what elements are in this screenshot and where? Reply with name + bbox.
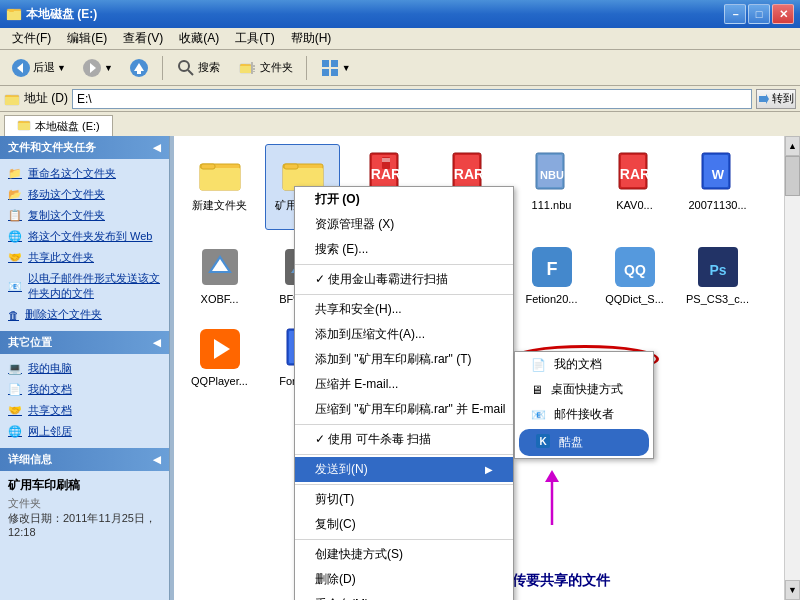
- forward-button[interactable]: ▼: [75, 54, 120, 82]
- file-item-new-folder[interactable]: 新建文件夹: [182, 144, 257, 230]
- views-button[interactable]: ▼: [313, 54, 358, 82]
- file-item-qqplayer[interactable]: QQPlayer...: [182, 320, 257, 406]
- rename-icon: 📁: [8, 167, 22, 180]
- ctx-zip-email[interactable]: 压缩并 E-mail...: [295, 372, 513, 397]
- menu-tools[interactable]: 工具(T): [227, 28, 282, 49]
- ctx-search[interactable]: 搜索 (E)...: [295, 237, 513, 262]
- email-sub-icon: 📧: [531, 408, 546, 422]
- sub-kupan[interactable]: K 酷盘: [519, 429, 649, 456]
- ctx-cut[interactable]: 剪切(T): [295, 487, 513, 512]
- address-input[interactable]: [72, 89, 752, 109]
- maximize-button[interactable]: □: [748, 4, 770, 24]
- sidebar-copy-link[interactable]: 📋 复制这个文件夹: [8, 205, 161, 226]
- folders-button[interactable]: 文件夹: [231, 54, 300, 82]
- scrollbar-track[interactable]: ▲ ▼: [784, 136, 800, 600]
- svg-rect-31: [201, 164, 215, 169]
- folder-icon: [196, 149, 244, 197]
- file-item-pscs3[interactable]: Ps PS_CS3_c...: [680, 238, 755, 311]
- sidebar-details-header[interactable]: 详细信息 ◀: [0, 448, 169, 471]
- ctx-sep-2: [295, 294, 513, 295]
- ctx-create-shortcut[interactable]: 创建快捷方式(S): [295, 542, 513, 567]
- minimize-button[interactable]: －: [724, 4, 746, 24]
- mydocs-sub-icon: 📄: [531, 358, 546, 372]
- sidebar-rename-link[interactable]: 📁 重命名这个文件夹: [8, 163, 161, 184]
- svg-text:RAR: RAR: [453, 166, 483, 182]
- svg-marker-25: [766, 94, 769, 104]
- sub-desktop-shortcut[interactable]: 🖥 桌面快捷方式: [515, 377, 653, 402]
- sidebar-network-link[interactable]: 🌐 网上邻居: [8, 421, 161, 442]
- sidebar-mycomputer-link[interactable]: 💻 我的电脑: [8, 358, 161, 379]
- ctx-add-zip[interactable]: 添加到压缩文件(A)...: [295, 322, 513, 347]
- file-item-kav[interactable]: RAR KAV0...: [597, 144, 672, 230]
- scrollbar-up[interactable]: ▲: [785, 136, 800, 156]
- ctx-open[interactable]: 打开 (O): [295, 187, 513, 212]
- sendto-arrow: ▶: [485, 464, 493, 475]
- svg-rect-2: [9, 9, 14, 12]
- menu-edit[interactable]: 编辑(E): [59, 28, 115, 49]
- file-item-20071130[interactable]: W 20071130...: [680, 144, 755, 230]
- go-button[interactable]: 转到: [756, 89, 796, 109]
- kupan-icon: K: [535, 433, 551, 452]
- ctx-delete[interactable]: 删除(D): [295, 567, 513, 592]
- sidebar: 文件和文件夹任务 ◀ 📁 重命名这个文件夹 📂 移动这个文件夹 📋 复制这个文件…: [0, 136, 170, 600]
- file-item-xobf[interactable]: XOBF...: [182, 238, 257, 311]
- up-icon: [129, 58, 149, 78]
- sidebar-move-link[interactable]: 📂 移动这个文件夹: [8, 184, 161, 205]
- ctx-rename[interactable]: 重命名(M): [295, 592, 513, 600]
- sidebar-publish-link[interactable]: 🌐 将这个文件夹发布到 Web: [8, 226, 161, 247]
- mycomputer-icon: 💻: [8, 362, 22, 375]
- menu-view[interactable]: 查看(V): [115, 28, 171, 49]
- sidebar-share-link[interactable]: 🤝 共享此文件夹: [8, 247, 161, 268]
- sub-mydocs[interactable]: 📄 我的文档: [515, 352, 653, 377]
- folders-icon: [238, 58, 258, 78]
- annotation-arrow: [537, 470, 567, 530]
- up-button[interactable]: [122, 54, 156, 82]
- svg-rect-22: [5, 97, 19, 105]
- sidebar-email-link[interactable]: 📧 以电子邮件件形式发送该文件夹内的文件: [8, 268, 161, 304]
- window-controls: － □ ✕: [724, 4, 794, 24]
- sidebar-places-header[interactable]: 其它位置 ◀: [0, 331, 169, 354]
- scrollbar-thumb[interactable]: [785, 156, 800, 196]
- ctx-explorer[interactable]: 资源管理器 (X): [295, 212, 513, 237]
- ctx-sendto[interactable]: 发送到(N) ▶: [295, 457, 513, 482]
- file-item-fetion[interactable]: F Fetion20...: [514, 238, 589, 311]
- sidebar-places-title: 其它位置: [8, 335, 52, 350]
- pscs3-icon: Ps: [694, 243, 742, 291]
- file-item-qqdict[interactable]: QQ QQDict_S...: [597, 238, 672, 311]
- scrollbar-down[interactable]: ▼: [785, 580, 800, 600]
- ctx-zip-rar-email[interactable]: 压缩到 "矿用车印刷稿.rar" 并 E-mail: [295, 397, 513, 422]
- address-label: 地址 (D): [24, 90, 68, 107]
- sidebar-mydocs-link[interactable]: 📄 我的文档: [8, 379, 161, 400]
- file-area: 新建文件夹 矿用车印刷稿: [174, 136, 800, 600]
- sub-email-recipient[interactable]: 📧 邮件接收者: [515, 402, 653, 427]
- back-dropdown[interactable]: ▼: [57, 63, 66, 73]
- delete-icon: 🗑: [8, 309, 19, 321]
- svg-rect-20: [331, 69, 338, 76]
- ctx-add-rar[interactable]: 添加到 "矿用车印刷稿.rar" (T): [295, 347, 513, 372]
- ctx-share-security[interactable]: 共享和安全(H)...: [295, 297, 513, 322]
- close-button[interactable]: ✕: [772, 4, 794, 24]
- ctx-keniu-scan[interactable]: ✓ 使用 可牛杀毒 扫描: [295, 427, 513, 452]
- tab-local-disk[interactable]: 本地磁盘 (E:): [4, 115, 113, 136]
- toolbar: 后退 ▼ ▼: [0, 50, 800, 86]
- sidebar-shareddocs-link[interactable]: 🤝 共享文档: [8, 400, 161, 421]
- ctx-kingsoft-scan[interactable]: ✓ 使用金山毒霸进行扫描: [295, 267, 513, 292]
- menu-file[interactable]: 文件(F): [4, 28, 59, 49]
- desktop-sub-icon: 🖥: [531, 383, 543, 397]
- svg-rect-19: [322, 69, 329, 76]
- sidebar-delete-link[interactable]: 🗑 删除这个文件夹: [8, 304, 161, 325]
- back-button[interactable]: 后退 ▼: [4, 54, 73, 82]
- ctx-copy[interactable]: 复制(C): [295, 512, 513, 537]
- search-button[interactable]: 搜索: [169, 54, 227, 82]
- file-item-111nbu[interactable]: NBU 111.nbu: [514, 144, 589, 230]
- svg-rect-28: [19, 121, 23, 123]
- forward-dropdown[interactable]: ▼: [104, 63, 113, 73]
- sidebar-tasks-header[interactable]: 文件和文件夹任务 ◀: [0, 136, 169, 159]
- menu-help[interactable]: 帮助(H): [283, 28, 340, 49]
- window-title: 本地磁盘 (E:): [26, 6, 724, 23]
- folders-label: 文件夹: [260, 60, 293, 75]
- ctx-sep-3: [295, 424, 513, 425]
- svg-text:RAR: RAR: [619, 166, 649, 182]
- views-dropdown[interactable]: ▼: [342, 63, 351, 73]
- menu-favorites[interactable]: 收藏(A): [171, 28, 227, 49]
